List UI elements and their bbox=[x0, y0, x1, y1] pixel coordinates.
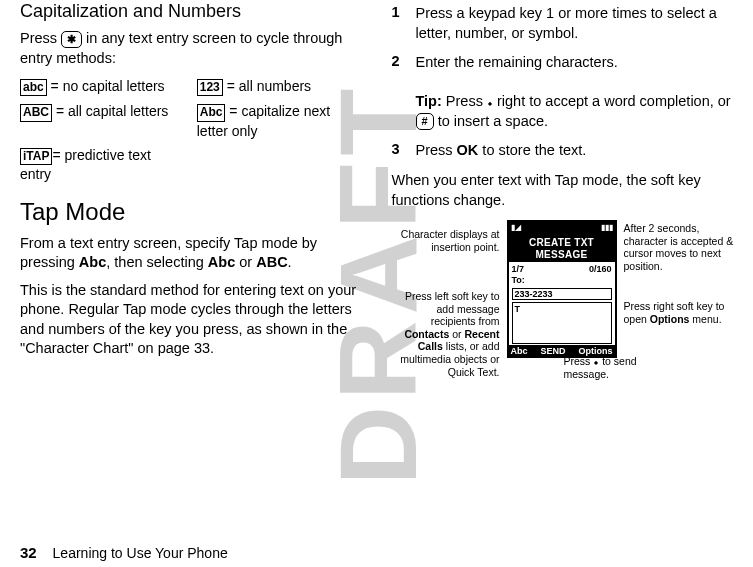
text: Press bbox=[20, 30, 61, 46]
bold-ABC: ABC bbox=[256, 254, 287, 270]
ok-key: OK bbox=[457, 142, 479, 158]
opt-abc: abc = no capital letters bbox=[20, 77, 185, 97]
text: Press bbox=[446, 93, 487, 109]
text: Press bbox=[416, 142, 457, 158]
page-number: 32 bbox=[20, 544, 37, 561]
heading-tap-mode: Tap Mode bbox=[20, 198, 362, 226]
opt-Abc: Abc = capitalize next letter only bbox=[197, 102, 362, 140]
steps-list: 1 Press a keypad key 1 or more times to … bbox=[392, 4, 734, 161]
step-body: Enter the remaining characters. Tip: Pre… bbox=[416, 53, 734, 131]
step-body: Press a keypad key 1 or more times to se… bbox=[416, 4, 734, 43]
star-key-icon: ✱ bbox=[61, 31, 82, 48]
text: Enter the remaining characters. bbox=[416, 54, 618, 70]
bold: Options bbox=[650, 313, 690, 325]
text-area: T bbox=[512, 302, 612, 344]
step-1: 1 Press a keypad key 1 or more times to … bbox=[392, 4, 734, 43]
phone-statusbar: ▮◢ ▮▮▮ bbox=[507, 220, 617, 236]
opt-Abc-label: Abc bbox=[197, 104, 226, 122]
soft-right: Options bbox=[579, 346, 613, 357]
softkey-change-note: When you enter text with Tap mode, the s… bbox=[392, 171, 734, 210]
left-column: Capitalization and Numbers Press ✱ in an… bbox=[20, 0, 362, 450]
text: right to accept a word completion, or bbox=[493, 93, 731, 109]
counter-left: 1/7 bbox=[512, 264, 525, 275]
text: or bbox=[235, 254, 256, 270]
opt-abc-label: abc bbox=[20, 79, 47, 97]
step-num: 1 bbox=[392, 4, 406, 43]
step-3: 3 Press OK to store the text. bbox=[392, 141, 734, 161]
to-field: 233-2233 bbox=[512, 288, 612, 301]
opt-ABC: ABC = all capital letters bbox=[20, 102, 185, 140]
bold-abc-2: Abc bbox=[208, 254, 235, 270]
opt-123-label: 123 bbox=[197, 79, 223, 97]
step-num: 3 bbox=[392, 141, 406, 161]
text: to store the text. bbox=[478, 142, 586, 158]
callout-accept: After 2 seconds, character is accepted &… bbox=[624, 222, 744, 272]
text: , then selecting bbox=[106, 254, 208, 270]
callout-left-softkey: Press left soft key to add message recip… bbox=[392, 290, 500, 378]
step-body: Press OK to store the text. bbox=[416, 141, 587, 161]
phone-softkeys: Abc SEND Options bbox=[507, 345, 617, 358]
text: to insert a space. bbox=[434, 113, 548, 129]
phone-message-area: 1/7 0/160 To: 233-2233 T bbox=[507, 262, 617, 345]
text: . bbox=[288, 254, 292, 270]
callout-insertion: Character displays at insertion point. bbox=[392, 228, 500, 253]
soft-mid: SEND bbox=[541, 346, 566, 357]
opt-itap-label: iTAP bbox=[20, 148, 52, 166]
hash-key-icon: # bbox=[416, 113, 434, 130]
chapter-title: Learning to Use Your Phone bbox=[53, 545, 228, 561]
text: = all numbers bbox=[223, 78, 311, 94]
opt-123: 123 = all numbers bbox=[197, 77, 362, 97]
callout-right-softkey: Press right soft key to open Options men… bbox=[624, 300, 744, 325]
bold: Contacts bbox=[404, 328, 449, 340]
text: = all capital letters bbox=[52, 103, 168, 119]
counter-right: 0/160 bbox=[589, 264, 612, 275]
cap-intro: Press ✱ in any text entry screen to cycl… bbox=[20, 29, 362, 68]
signal-icon: ▮◢ bbox=[511, 223, 521, 233]
entry-methods-table: abc = no capital letters 123 = all numbe… bbox=[20, 77, 362, 184]
to-label: To: bbox=[512, 275, 612, 286]
page-footer: 32 Learning to Use Your Phone bbox=[20, 544, 228, 561]
soft-left: Abc bbox=[511, 346, 528, 357]
tap-desc: This is the standard method for entering… bbox=[20, 281, 362, 359]
phone-title: CREATE TXT MESSAGE bbox=[507, 236, 617, 262]
opt-itap: iTAP= predictive text entry bbox=[20, 146, 185, 184]
heading-capitalization: Capitalization and Numbers bbox=[20, 0, 362, 23]
bold-abc-1: Abc bbox=[79, 254, 106, 270]
step-num: 2 bbox=[392, 53, 406, 131]
step-2: 2 Enter the remaining characters. Tip: P… bbox=[392, 53, 734, 131]
tap-intro: From a text entry screen, specify Tap mo… bbox=[20, 234, 362, 273]
battery-icon: ▮▮▮ bbox=[601, 223, 613, 233]
right-column: 1 Press a keypad key 1 or more times to … bbox=[392, 0, 734, 450]
opt-ABC-label: ABC bbox=[20, 104, 52, 122]
phone-screen: ▮◢ ▮▮▮ CREATE TXT MESSAGE 1/7 0/160 To: … bbox=[507, 220, 617, 358]
text: = no capital letters bbox=[47, 78, 165, 94]
tip-label: Tip: bbox=[416, 93, 446, 109]
phone-illustration: Character displays at insertion point. P… bbox=[392, 220, 734, 450]
callout-send: Press to send message. bbox=[564, 355, 664, 381]
